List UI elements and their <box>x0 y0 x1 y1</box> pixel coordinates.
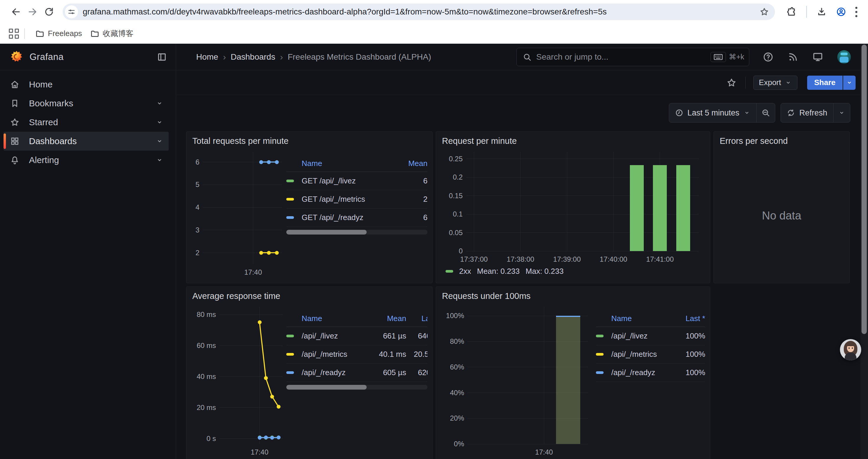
star-icon <box>726 78 737 88</box>
legend-series-name[interactable]: 2xx <box>459 267 471 276</box>
search-box[interactable]: ⌘+k <box>517 48 749 66</box>
chevron-down-icon[interactable] <box>156 156 163 164</box>
legend-series-name[interactable]: /api/_/readyz <box>302 364 371 382</box>
time-range-picker[interactable]: Last 5 minutes <box>669 103 756 122</box>
legend-value: 646 µs <box>406 327 428 345</box>
share-menu-button[interactable] <box>843 76 856 90</box>
share-button[interactable]: Share <box>807 76 843 90</box>
bookmark-folder-blogs[interactable]: 收藏博客 <box>86 26 138 41</box>
grafana-header-right: Home › Dashboards › Freeleaps Metrics Da… <box>176 44 868 70</box>
sidebar-item-alerting[interactable]: Alerting <box>4 151 169 169</box>
legend-series-name[interactable]: /api/_/livez <box>611 327 670 345</box>
extensions-button[interactable] <box>783 4 800 20</box>
chevron-down-icon[interactable] <box>156 119 163 126</box>
page-scrollbar[interactable] <box>860 44 868 459</box>
legend-column-header[interactable]: Name <box>302 155 393 172</box>
profile-icon <box>836 7 846 17</box>
legend-column-header[interactable]: Mean <box>393 155 428 172</box>
avatar-eye <box>848 347 850 349</box>
bookmark-folder-freeleaps[interactable]: Freeleaps <box>31 27 86 40</box>
refresh-group: Refresh <box>780 103 850 123</box>
plot-area[interactable]: 0%20%40%60%80%100%17:40 <box>468 307 588 444</box>
legend-mean: Mean: 0.233 <box>477 267 520 276</box>
site-settings-button[interactable] <box>65 5 78 18</box>
legend-horizontal-scrollbar[interactable] <box>286 385 428 390</box>
keyboard-icon <box>714 54 723 60</box>
sidebar-item-home[interactable]: Home <box>4 75 169 94</box>
legend-column-header[interactable]: Name <box>302 310 371 327</box>
chevron-down-icon[interactable] <box>156 137 163 145</box>
plot-area[interactable]: 00.050.10.150.20.2517:37:0017:38:0017:39… <box>466 152 699 251</box>
breadcrumb-separator: › <box>223 52 226 62</box>
panel-title[interactable]: Errors per second <box>714 132 849 148</box>
sidebar-item-bookmarks[interactable]: Bookmarks <box>4 94 169 113</box>
panel-title[interactable]: Requests under 100ms <box>436 287 710 303</box>
legend-series-name[interactable]: /api/_/metrics <box>611 345 670 364</box>
panel-requests-under-100ms: Requests under 100ms 0%20%40%60%80%100%1… <box>436 287 710 459</box>
download-icon <box>816 7 827 17</box>
profile-button[interactable] <box>833 4 849 20</box>
address-bar[interactable]: grafana.mathmast.com/d/deytv4rwavabkb/fr… <box>63 4 775 20</box>
dock-panel-icon <box>157 52 167 62</box>
panel-request-per-minute: Request per minute 00.050.10.150.20.2517… <box>436 131 710 283</box>
zoom-out-time-button[interactable] <box>756 103 775 122</box>
legend-swatch <box>445 270 453 273</box>
export-button[interactable]: Export <box>753 76 797 90</box>
plot-area[interactable]: 2345617:40 <box>203 152 282 264</box>
legend-value: 100% <box>670 345 705 364</box>
legend-column-header[interactable]: Mean <box>371 310 406 327</box>
legend-value: 20.5 ms <box>406 345 428 364</box>
legend-value: 661 µs <box>371 327 406 345</box>
legend-column-header[interactable]: Last * <box>406 310 428 327</box>
panel-title[interactable]: Request per minute <box>436 132 710 148</box>
kiosk-mode-button[interactable] <box>812 52 823 62</box>
controls-separator <box>745 77 746 89</box>
legend-swatch-cell <box>286 364 302 382</box>
breadcrumb-home[interactable]: Home <box>196 52 218 62</box>
bookmark-page-button[interactable] <box>760 7 769 17</box>
legend-series-name[interactable]: GET /api/_/metrics <box>302 190 393 208</box>
refresh-interval-button[interactable] <box>833 103 850 122</box>
browser-menu-button[interactable] <box>852 5 860 19</box>
forward-button[interactable] <box>24 4 41 20</box>
refresh-button[interactable]: Refresh <box>781 103 833 122</box>
sidebar-item-label: Alerting <box>29 155 59 165</box>
chevron-down-icon[interactable] <box>156 100 163 107</box>
grafana-body: Home Bookmarks Starred Dashboards <box>0 70 868 459</box>
panel-title[interactable]: Average response time <box>186 287 432 303</box>
legend-value: 620 µs <box>406 364 428 382</box>
sidebar-toggle-button[interactable] <box>155 50 169 64</box>
plot-area[interactable]: 0 s20 ms40 ms60 ms80 ms17:40 <box>219 307 283 444</box>
reload-button[interactable] <box>41 4 57 20</box>
help-button[interactable] <box>763 52 773 62</box>
legend-column-header[interactable]: Name <box>611 310 670 327</box>
scrollbar-thumb[interactable] <box>862 44 867 334</box>
panel-total-requests-per-minute: Total requests per minute 2345617:40 Nam… <box>186 131 433 283</box>
sidebar-item-dashboards[interactable]: Dashboards <box>4 132 169 151</box>
url-text: grafana.mathmast.com/d/deytv4rwavabkb/fr… <box>83 7 755 17</box>
legend-swatch-cell <box>286 345 302 364</box>
chevron-down-icon <box>838 109 845 117</box>
legend-series-name[interactable]: /api/_/metrics <box>302 345 371 364</box>
sidebar-item-starred[interactable]: Starred <box>4 113 169 132</box>
legend-series-name[interactable]: /api/_/livez <box>302 327 371 345</box>
downloads-button[interactable] <box>813 4 830 20</box>
legend-swatch-cell <box>286 172 302 190</box>
legend-series-name[interactable]: GET /api/_/livez <box>302 172 393 190</box>
legend-series-name[interactable]: /api/_/readyz <box>611 364 670 382</box>
assistant-avatar-widget[interactable] <box>840 339 861 360</box>
user-avatar[interactable] <box>837 50 851 64</box>
search-input[interactable] <box>536 52 711 62</box>
legend-series-name[interactable]: GET /api/_/readyz <box>302 208 393 227</box>
panel-title[interactable]: Total requests per minute <box>186 132 432 148</box>
legend-horizontal-scrollbar[interactable] <box>286 230 428 234</box>
screen: grafana.mathmast.com/d/deytv4rwavabkb/fr… <box>0 0 868 459</box>
star-dashboard-button[interactable] <box>726 78 737 88</box>
legend-column-header[interactable]: Last * <box>670 310 705 327</box>
chevron-down-icon <box>743 109 750 117</box>
back-button[interactable] <box>8 4 24 20</box>
breadcrumb-dashboards[interactable]: Dashboards <box>231 52 275 62</box>
search-shortcut: ⌘+k <box>729 53 744 61</box>
apps-grid-icon[interactable] <box>9 29 19 39</box>
news-button[interactable] <box>788 52 798 62</box>
